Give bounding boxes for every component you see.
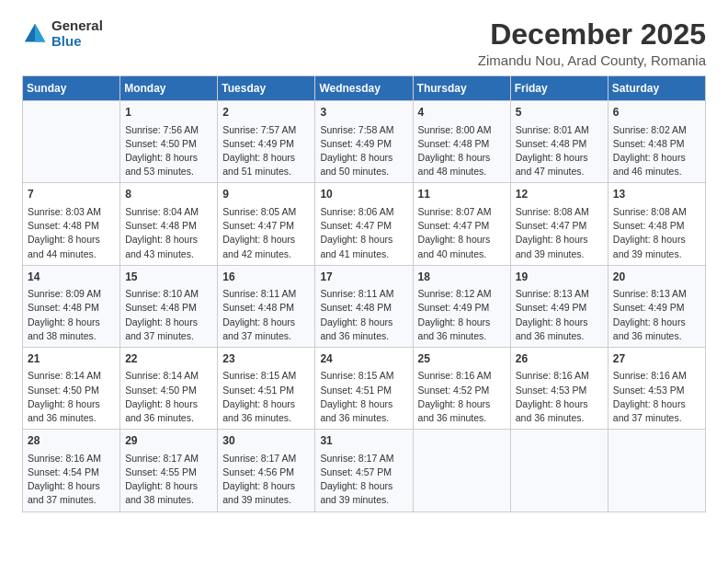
sunset-text: Sunset: 4:50 PM bbox=[28, 385, 99, 396]
daylight-text: Daylight: 8 hours and 36 minutes. bbox=[516, 398, 588, 423]
sunset-text: Sunset: 4:48 PM bbox=[516, 138, 587, 149]
location-title: Zimandu Nou, Arad County, Romania bbox=[478, 52, 706, 68]
day-number: 7 bbox=[28, 187, 115, 202]
daylight-text: Daylight: 8 hours and 36 minutes. bbox=[613, 316, 686, 341]
calendar-day-cell: 20Sunrise: 8:13 AMSunset: 4:49 PMDayligh… bbox=[608, 265, 705, 347]
calendar-day-cell: 23Sunrise: 8:15 AMSunset: 4:51 PMDayligh… bbox=[218, 347, 315, 429]
sunrise-text: Sunrise: 8:13 AM bbox=[613, 288, 687, 299]
calendar-header-row: SundayMondayTuesdayWednesdayThursdayFrid… bbox=[23, 76, 706, 101]
calendar-day-cell: 11Sunrise: 8:07 AMSunset: 4:47 PMDayligh… bbox=[413, 183, 510, 265]
calendar-day-cell: 1Sunrise: 7:56 AMSunset: 4:50 PMDaylight… bbox=[120, 101, 218, 183]
day-cell-content: 24Sunrise: 8:15 AMSunset: 4:51 PMDayligh… bbox=[320, 351, 407, 425]
calendar-day-cell: 9Sunrise: 8:05 AMSunset: 4:47 PMDaylight… bbox=[218, 183, 315, 265]
day-cell-content: 3Sunrise: 7:58 AMSunset: 4:49 PMDaylight… bbox=[320, 105, 407, 178]
calendar-day-cell: 18Sunrise: 8:12 AMSunset: 4:49 PMDayligh… bbox=[413, 265, 510, 347]
calendar-day-cell: 21Sunrise: 8:14 AMSunset: 4:50 PMDayligh… bbox=[23, 347, 120, 429]
daylight-text: Daylight: 8 hours and 39 minutes. bbox=[516, 234, 588, 259]
weekday-header: Friday bbox=[510, 76, 608, 101]
day-number: 26 bbox=[516, 351, 603, 367]
daylight-text: Daylight: 8 hours and 36 minutes. bbox=[222, 398, 295, 423]
day-number: 17 bbox=[320, 270, 407, 285]
calendar-week-row: 21Sunrise: 8:14 AMSunset: 4:50 PMDayligh… bbox=[23, 347, 706, 429]
title-area: December 2025 Zimandu Nou, Arad County, … bbox=[478, 18, 706, 68]
calendar-day-cell: 17Sunrise: 8:11 AMSunset: 4:48 PMDayligh… bbox=[315, 265, 413, 347]
day-number: 3 bbox=[320, 105, 407, 121]
day-number: 20 bbox=[613, 270, 700, 285]
day-cell-content: 31Sunrise: 8:17 AMSunset: 4:57 PMDayligh… bbox=[320, 433, 407, 507]
day-number: 31 bbox=[320, 433, 407, 449]
sunrise-text: Sunrise: 8:16 AM bbox=[516, 370, 589, 381]
sunset-text: Sunset: 4:51 PM bbox=[222, 385, 294, 396]
weekday-header: Wednesday bbox=[315, 76, 413, 101]
day-cell-content: 30Sunrise: 8:17 AMSunset: 4:56 PMDayligh… bbox=[222, 433, 310, 507]
sunset-text: Sunset: 4:47 PM bbox=[418, 220, 490, 231]
day-cell-content: 23Sunrise: 8:15 AMSunset: 4:51 PMDayligh… bbox=[222, 351, 310, 425]
sunrise-text: Sunrise: 8:10 AM bbox=[125, 288, 199, 299]
sunrise-text: Sunrise: 8:14 AM bbox=[125, 370, 199, 381]
sunrise-text: Sunrise: 8:08 AM bbox=[613, 206, 687, 217]
calendar-day-cell: 30Sunrise: 8:17 AMSunset: 4:56 PMDayligh… bbox=[218, 430, 315, 511]
sunset-text: Sunset: 4:49 PM bbox=[418, 302, 490, 313]
sunrise-text: Sunrise: 8:13 AM bbox=[516, 288, 589, 299]
sunset-text: Sunset: 4:47 PM bbox=[516, 220, 587, 231]
sunset-text: Sunset: 4:54 PM bbox=[28, 466, 99, 477]
sunset-text: Sunset: 4:47 PM bbox=[320, 220, 392, 231]
day-number: 23 bbox=[222, 351, 310, 367]
logo-general-text: General bbox=[51, 18, 103, 34]
calendar-day-cell: 6Sunrise: 8:02 AMSunset: 4:48 PMDaylight… bbox=[608, 101, 705, 183]
sunrise-text: Sunrise: 8:05 AM bbox=[222, 206, 296, 217]
day-number: 18 bbox=[418, 270, 506, 285]
sunset-text: Sunset: 4:51 PM bbox=[320, 385, 392, 396]
day-number: 1 bbox=[125, 105, 212, 121]
day-cell-content: 2Sunrise: 7:57 AMSunset: 4:49 PMDaylight… bbox=[222, 105, 310, 178]
calendar-week-row: 7Sunrise: 8:03 AMSunset: 4:48 PMDaylight… bbox=[23, 183, 706, 265]
calendar-day-cell: 15Sunrise: 8:10 AMSunset: 4:48 PMDayligh… bbox=[120, 265, 218, 347]
day-cell-content: 16Sunrise: 8:11 AMSunset: 4:48 PMDayligh… bbox=[222, 270, 310, 343]
sunrise-text: Sunrise: 8:01 AM bbox=[516, 124, 589, 135]
daylight-text: Daylight: 8 hours and 41 minutes. bbox=[320, 234, 392, 259]
day-cell-content: 7Sunrise: 8:03 AMSunset: 4:48 PMDaylight… bbox=[28, 187, 115, 260]
sunset-text: Sunset: 4:48 PM bbox=[125, 302, 197, 313]
calendar-week-row: 14Sunrise: 8:09 AMSunset: 4:48 PMDayligh… bbox=[23, 265, 706, 347]
sunset-text: Sunset: 4:48 PM bbox=[418, 138, 490, 149]
day-number: 4 bbox=[418, 105, 506, 121]
sunrise-text: Sunrise: 8:11 AM bbox=[222, 288, 296, 299]
daylight-text: Daylight: 8 hours and 50 minutes. bbox=[320, 152, 392, 177]
day-cell-content: 27Sunrise: 8:16 AMSunset: 4:53 PMDayligh… bbox=[613, 351, 700, 425]
sunset-text: Sunset: 4:49 PM bbox=[516, 302, 587, 313]
day-cell-content: 17Sunrise: 8:11 AMSunset: 4:48 PMDayligh… bbox=[320, 270, 407, 343]
daylight-text: Daylight: 8 hours and 37 minutes. bbox=[613, 398, 686, 423]
day-number: 10 bbox=[320, 187, 407, 202]
daylight-text: Daylight: 8 hours and 39 minutes. bbox=[320, 480, 392, 505]
sunset-text: Sunset: 4:50 PM bbox=[125, 138, 197, 149]
day-cell-content: 21Sunrise: 8:14 AMSunset: 4:50 PMDayligh… bbox=[28, 351, 115, 425]
day-cell-content: 18Sunrise: 8:12 AMSunset: 4:49 PMDayligh… bbox=[418, 270, 506, 343]
sunset-text: Sunset: 4:47 PM bbox=[222, 220, 294, 231]
sunrise-text: Sunrise: 8:08 AM bbox=[516, 206, 589, 217]
day-number: 13 bbox=[613, 187, 700, 202]
day-number: 11 bbox=[418, 187, 506, 202]
weekday-header: Saturday bbox=[608, 76, 705, 101]
calendar-week-row: 1Sunrise: 7:56 AMSunset: 4:50 PMDaylight… bbox=[23, 101, 706, 183]
calendar-day-cell bbox=[608, 430, 705, 511]
day-cell-content: 14Sunrise: 8:09 AMSunset: 4:48 PMDayligh… bbox=[28, 270, 115, 343]
daylight-text: Daylight: 8 hours and 38 minutes. bbox=[125, 480, 198, 505]
sunrise-text: Sunrise: 8:12 AM bbox=[418, 288, 492, 299]
daylight-text: Daylight: 8 hours and 44 minutes. bbox=[28, 234, 100, 259]
calendar-day-cell: 22Sunrise: 8:14 AMSunset: 4:50 PMDayligh… bbox=[120, 347, 218, 429]
sunset-text: Sunset: 4:53 PM bbox=[613, 385, 685, 396]
day-cell-content: 29Sunrise: 8:17 AMSunset: 4:55 PMDayligh… bbox=[125, 433, 212, 507]
logo: General Blue bbox=[22, 18, 103, 49]
weekday-header: Monday bbox=[120, 76, 218, 101]
calendar-day-cell: 14Sunrise: 8:09 AMSunset: 4:48 PMDayligh… bbox=[23, 265, 120, 347]
sunrise-text: Sunrise: 8:07 AM bbox=[418, 206, 492, 217]
calendar-day-cell: 29Sunrise: 8:17 AMSunset: 4:55 PMDayligh… bbox=[120, 430, 218, 511]
sunset-text: Sunset: 4:49 PM bbox=[320, 138, 392, 149]
calendar-day-cell: 10Sunrise: 8:06 AMSunset: 4:47 PMDayligh… bbox=[315, 183, 413, 265]
sunset-text: Sunset: 4:48 PM bbox=[125, 220, 197, 231]
day-cell-content: 6Sunrise: 8:02 AMSunset: 4:48 PMDaylight… bbox=[613, 105, 700, 178]
day-number: 14 bbox=[28, 270, 115, 285]
day-cell-content: 4Sunrise: 8:00 AMSunset: 4:48 PMDaylight… bbox=[418, 105, 506, 178]
logo-blue-text: Blue bbox=[51, 34, 103, 50]
sunrise-text: Sunrise: 8:04 AM bbox=[125, 206, 199, 217]
